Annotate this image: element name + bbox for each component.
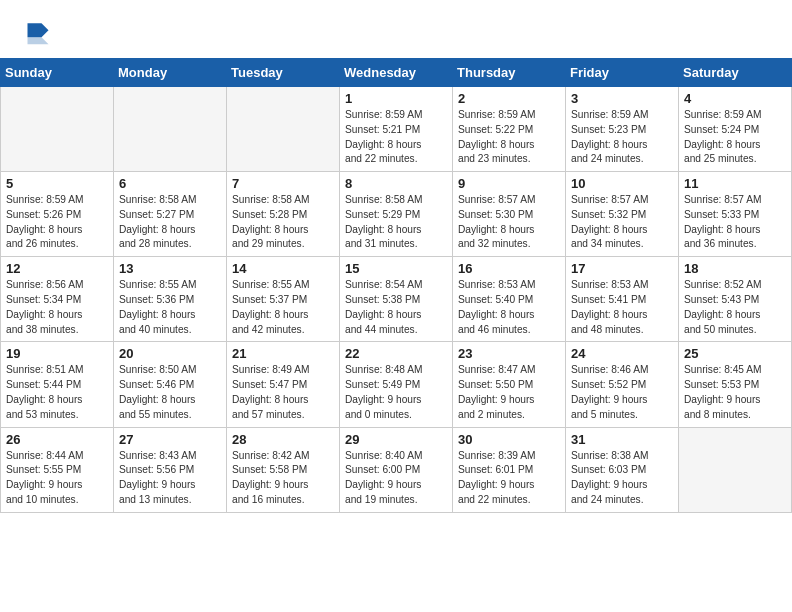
calendar-cell: 24Sunrise: 8:46 AM Sunset: 5:52 PM Dayli… bbox=[566, 342, 679, 427]
calendar-cell: 26Sunrise: 8:44 AM Sunset: 5:55 PM Dayli… bbox=[1, 427, 114, 512]
calendar-cell: 14Sunrise: 8:55 AM Sunset: 5:37 PM Dayli… bbox=[227, 257, 340, 342]
day-info: Sunrise: 8:58 AM Sunset: 5:29 PM Dayligh… bbox=[345, 193, 447, 252]
day-header-friday: Friday bbox=[566, 59, 679, 87]
day-number: 25 bbox=[684, 346, 786, 361]
day-number: 31 bbox=[571, 432, 673, 447]
day-info: Sunrise: 8:43 AM Sunset: 5:56 PM Dayligh… bbox=[119, 449, 221, 508]
calendar-cell: 3Sunrise: 8:59 AM Sunset: 5:23 PM Daylig… bbox=[566, 87, 679, 172]
week-row-4: 26Sunrise: 8:44 AM Sunset: 5:55 PM Dayli… bbox=[1, 427, 792, 512]
calendar-cell: 9Sunrise: 8:57 AM Sunset: 5:30 PM Daylig… bbox=[453, 172, 566, 257]
calendar-table: SundayMondayTuesdayWednesdayThursdayFrid… bbox=[0, 58, 792, 513]
calendar-cell: 23Sunrise: 8:47 AM Sunset: 5:50 PM Dayli… bbox=[453, 342, 566, 427]
day-info: Sunrise: 8:59 AM Sunset: 5:23 PM Dayligh… bbox=[571, 108, 673, 167]
day-number: 21 bbox=[232, 346, 334, 361]
page: SundayMondayTuesdayWednesdayThursdayFrid… bbox=[0, 0, 792, 612]
calendar-cell: 8Sunrise: 8:58 AM Sunset: 5:29 PM Daylig… bbox=[340, 172, 453, 257]
calendar-cell: 30Sunrise: 8:39 AM Sunset: 6:01 PM Dayli… bbox=[453, 427, 566, 512]
calendar-cell: 5Sunrise: 8:59 AM Sunset: 5:26 PM Daylig… bbox=[1, 172, 114, 257]
calendar-cell: 22Sunrise: 8:48 AM Sunset: 5:49 PM Dayli… bbox=[340, 342, 453, 427]
day-info: Sunrise: 8:42 AM Sunset: 5:58 PM Dayligh… bbox=[232, 449, 334, 508]
day-header-sunday: Sunday bbox=[1, 59, 114, 87]
calendar-cell bbox=[679, 427, 792, 512]
day-info: Sunrise: 8:57 AM Sunset: 5:33 PM Dayligh… bbox=[684, 193, 786, 252]
calendar-cell: 25Sunrise: 8:45 AM Sunset: 5:53 PM Dayli… bbox=[679, 342, 792, 427]
week-row-2: 12Sunrise: 8:56 AM Sunset: 5:34 PM Dayli… bbox=[1, 257, 792, 342]
day-number: 6 bbox=[119, 176, 221, 191]
day-number: 8 bbox=[345, 176, 447, 191]
day-info: Sunrise: 8:59 AM Sunset: 5:21 PM Dayligh… bbox=[345, 108, 447, 167]
day-number: 5 bbox=[6, 176, 108, 191]
day-number: 17 bbox=[571, 261, 673, 276]
calendar-cell bbox=[1, 87, 114, 172]
day-info: Sunrise: 8:45 AM Sunset: 5:53 PM Dayligh… bbox=[684, 363, 786, 422]
calendar-cell bbox=[114, 87, 227, 172]
day-number: 4 bbox=[684, 91, 786, 106]
calendar-cell: 10Sunrise: 8:57 AM Sunset: 5:32 PM Dayli… bbox=[566, 172, 679, 257]
calendar-cell: 28Sunrise: 8:42 AM Sunset: 5:58 PM Dayli… bbox=[227, 427, 340, 512]
day-number: 28 bbox=[232, 432, 334, 447]
day-info: Sunrise: 8:51 AM Sunset: 5:44 PM Dayligh… bbox=[6, 363, 108, 422]
calendar-cell: 27Sunrise: 8:43 AM Sunset: 5:56 PM Dayli… bbox=[114, 427, 227, 512]
svg-marker-1 bbox=[28, 37, 49, 44]
day-number: 29 bbox=[345, 432, 447, 447]
day-number: 12 bbox=[6, 261, 108, 276]
calendar-cell: 31Sunrise: 8:38 AM Sunset: 6:03 PM Dayli… bbox=[566, 427, 679, 512]
day-number: 30 bbox=[458, 432, 560, 447]
day-number: 11 bbox=[684, 176, 786, 191]
calendar-cell: 20Sunrise: 8:50 AM Sunset: 5:46 PM Dayli… bbox=[114, 342, 227, 427]
day-header-monday: Monday bbox=[114, 59, 227, 87]
day-number: 15 bbox=[345, 261, 447, 276]
day-info: Sunrise: 8:49 AM Sunset: 5:47 PM Dayligh… bbox=[232, 363, 334, 422]
day-number: 23 bbox=[458, 346, 560, 361]
day-info: Sunrise: 8:57 AM Sunset: 5:32 PM Dayligh… bbox=[571, 193, 673, 252]
day-info: Sunrise: 8:53 AM Sunset: 5:40 PM Dayligh… bbox=[458, 278, 560, 337]
day-number: 27 bbox=[119, 432, 221, 447]
day-info: Sunrise: 8:56 AM Sunset: 5:34 PM Dayligh… bbox=[6, 278, 108, 337]
calendar-cell: 16Sunrise: 8:53 AM Sunset: 5:40 PM Dayli… bbox=[453, 257, 566, 342]
calendar-cell: 13Sunrise: 8:55 AM Sunset: 5:36 PM Dayli… bbox=[114, 257, 227, 342]
day-number: 16 bbox=[458, 261, 560, 276]
day-info: Sunrise: 8:50 AM Sunset: 5:46 PM Dayligh… bbox=[119, 363, 221, 422]
calendar-body: 1Sunrise: 8:59 AM Sunset: 5:21 PM Daylig… bbox=[1, 87, 792, 513]
calendar-cell: 1Sunrise: 8:59 AM Sunset: 5:21 PM Daylig… bbox=[340, 87, 453, 172]
day-info: Sunrise: 8:55 AM Sunset: 5:36 PM Dayligh… bbox=[119, 278, 221, 337]
calendar-cell: 19Sunrise: 8:51 AM Sunset: 5:44 PM Dayli… bbox=[1, 342, 114, 427]
day-number: 2 bbox=[458, 91, 560, 106]
calendar-cell: 2Sunrise: 8:59 AM Sunset: 5:22 PM Daylig… bbox=[453, 87, 566, 172]
day-number: 22 bbox=[345, 346, 447, 361]
day-number: 7 bbox=[232, 176, 334, 191]
day-number: 13 bbox=[119, 261, 221, 276]
day-number: 20 bbox=[119, 346, 221, 361]
day-info: Sunrise: 8:48 AM Sunset: 5:49 PM Dayligh… bbox=[345, 363, 447, 422]
day-number: 10 bbox=[571, 176, 673, 191]
calendar-cell: 11Sunrise: 8:57 AM Sunset: 5:33 PM Dayli… bbox=[679, 172, 792, 257]
day-info: Sunrise: 8:57 AM Sunset: 5:30 PM Dayligh… bbox=[458, 193, 560, 252]
day-header-thursday: Thursday bbox=[453, 59, 566, 87]
week-row-0: 1Sunrise: 8:59 AM Sunset: 5:21 PM Daylig… bbox=[1, 87, 792, 172]
svg-marker-0 bbox=[28, 23, 49, 37]
day-info: Sunrise: 8:58 AM Sunset: 5:28 PM Dayligh… bbox=[232, 193, 334, 252]
week-row-3: 19Sunrise: 8:51 AM Sunset: 5:44 PM Dayli… bbox=[1, 342, 792, 427]
calendar-cell: 18Sunrise: 8:52 AM Sunset: 5:43 PM Dayli… bbox=[679, 257, 792, 342]
calendar-cell: 21Sunrise: 8:49 AM Sunset: 5:47 PM Dayli… bbox=[227, 342, 340, 427]
day-header-saturday: Saturday bbox=[679, 59, 792, 87]
day-number: 26 bbox=[6, 432, 108, 447]
logo-icon bbox=[24, 18, 52, 46]
day-number: 1 bbox=[345, 91, 447, 106]
day-number: 3 bbox=[571, 91, 673, 106]
day-info: Sunrise: 8:53 AM Sunset: 5:41 PM Dayligh… bbox=[571, 278, 673, 337]
header bbox=[0, 0, 792, 54]
calendar-cell bbox=[227, 87, 340, 172]
day-info: Sunrise: 8:59 AM Sunset: 5:24 PM Dayligh… bbox=[684, 108, 786, 167]
day-header-wednesday: Wednesday bbox=[340, 59, 453, 87]
calendar-cell: 4Sunrise: 8:59 AM Sunset: 5:24 PM Daylig… bbox=[679, 87, 792, 172]
calendar-cell: 15Sunrise: 8:54 AM Sunset: 5:38 PM Dayli… bbox=[340, 257, 453, 342]
calendar-cell: 6Sunrise: 8:58 AM Sunset: 5:27 PM Daylig… bbox=[114, 172, 227, 257]
day-number: 19 bbox=[6, 346, 108, 361]
day-number: 9 bbox=[458, 176, 560, 191]
day-info: Sunrise: 8:44 AM Sunset: 5:55 PM Dayligh… bbox=[6, 449, 108, 508]
day-info: Sunrise: 8:46 AM Sunset: 5:52 PM Dayligh… bbox=[571, 363, 673, 422]
day-info: Sunrise: 8:59 AM Sunset: 5:26 PM Dayligh… bbox=[6, 193, 108, 252]
day-info: Sunrise: 8:54 AM Sunset: 5:38 PM Dayligh… bbox=[345, 278, 447, 337]
day-info: Sunrise: 8:47 AM Sunset: 5:50 PM Dayligh… bbox=[458, 363, 560, 422]
